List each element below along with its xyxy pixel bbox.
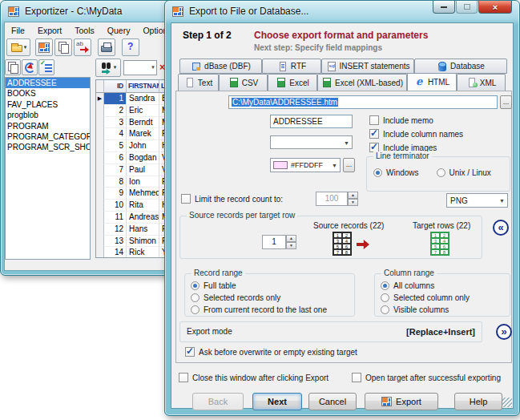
column-header-id[interactable]: ID [104, 80, 127, 93]
radio-unix-linux[interactable] [437, 168, 445, 177]
table-item-program-scr-shot[interactable]: PROGRAM_SCR_SHOT [6, 142, 90, 152]
resize-grip[interactable] [502, 398, 512, 407]
limit-record-count-option[interactable]: Limit the record count to: [181, 194, 283, 204]
chevron-down-icon: ▼ [499, 198, 505, 204]
menu-export[interactable]: Export [31, 23, 68, 38]
tab-text[interactable]: Text [178, 74, 219, 91]
checklist-button[interactable] [38, 59, 54, 75]
help-button-label: Help [470, 397, 488, 406]
radio-selected-column-only[interactable] [381, 293, 389, 302]
exportizer-app-icon [8, 6, 19, 17]
table-item-fav-places[interactable]: FAV_PLACES [6, 99, 90, 110]
next-button[interactable]: Next [252, 393, 302, 410]
help-button[interactable]: Help [454, 393, 502, 410]
copy-button[interactable] [5, 59, 21, 75]
tab-dbase-dbf[interactable]: dBase (DBF) [179, 59, 262, 74]
maximize-button[interactable] [456, 1, 478, 14]
limit-record-count-checkbox[interactable] [181, 194, 191, 204]
record-limit-spinner[interactable]: 100 ▲▼ [316, 192, 358, 206]
spin-down-icon[interactable]: ▼ [348, 199, 358, 206]
radio-selected-records-only[interactable] [191, 293, 200, 302]
radio-option-selected-column-only[interactable]: Selected column only [381, 293, 470, 302]
tab-html[interactable]: HTML [407, 73, 457, 91]
tab-label: Text [198, 79, 212, 87]
cell-firstname: Berndt [127, 117, 159, 129]
menu-query[interactable]: Query [101, 23, 137, 38]
file-input[interactable]: C:\MyData\ADDRESSEE.htm [228, 95, 498, 109]
radio-windows[interactable] [373, 168, 382, 177]
spin-down-icon[interactable]: ▼ [286, 242, 296, 249]
close-button[interactable]: × [478, 1, 512, 14]
radio-from-current-record-to-the-last-one[interactable] [191, 305, 200, 314]
export-mode-expand-button[interactable]: » [496, 324, 512, 340]
alternate-row-color-value: #FFDDFF [291, 161, 323, 169]
refresh-button[interactable] [22, 59, 38, 75]
replace-button[interactable] [74, 38, 91, 56]
per-row-spinner[interactable]: 1 ▲▼ [262, 235, 296, 249]
table-item-addressee[interactable]: ADDRESSEE [6, 78, 90, 88]
format-tabs-row-1: dBase (DBF)RTFINSERT statementsDatabase [179, 59, 507, 74]
back-button[interactable]: Back [192, 393, 244, 410]
search-combo[interactable]: ▼ [123, 60, 157, 75]
print-button[interactable] [98, 38, 115, 56]
csv-icon [228, 78, 240, 87]
open-after-export-checkbox[interactable] [352, 373, 361, 382]
radio-option-unix-linux[interactable]: Unix / Linux [437, 168, 491, 177]
menu-tools[interactable]: Tools [68, 23, 101, 38]
help-button[interactable] [122, 38, 139, 56]
copy-button[interactable] [54, 38, 72, 56]
spin-up-icon[interactable]: ▲ [286, 235, 296, 242]
table-item-progblob[interactable]: progblob [6, 110, 90, 120]
close-after-export-option[interactable]: Close this window after clicking Export [179, 373, 329, 382]
tab-insert-statements[interactable]: INSERT statements [321, 59, 414, 74]
source-records-icon: 12345678 [333, 232, 352, 256]
ask-before-overwrite-checkbox[interactable] [185, 347, 195, 357]
table-item-books[interactable]: BOOKS [6, 88, 90, 99]
ask-before-overwrite-option[interactable]: Ask before overwrite or empty existing t… [185, 347, 357, 357]
export-button[interactable]: Export [365, 393, 438, 410]
open-after-export-option[interactable]: Open target after successful exporting [352, 373, 501, 382]
include-memo-option[interactable]: Include memo [369, 115, 433, 125]
open-after-export-label: Open target after successful exporting [365, 374, 501, 382]
close-after-export-checkbox[interactable] [179, 373, 188, 382]
tab-csv[interactable]: CSV [219, 74, 268, 91]
column-header-firstname[interactable]: FIRSTNAME [127, 80, 159, 93]
format-tabs-row-2: TextCSVExcelExcel (XML-based)HTMLXML [178, 74, 506, 91]
alternate-row-color-combo[interactable]: #FFDDFF ▼ [270, 158, 341, 172]
radio-option-visible-columns[interactable]: Visible columns [381, 305, 470, 314]
spin-up-icon[interactable]: ▲ [348, 192, 358, 199]
radio-option-from-current-record-to-the-last-one[interactable]: From current record to the last one [191, 305, 327, 314]
find-button[interactable]: ▾ [95, 59, 121, 77]
tab-excel[interactable]: Excel [268, 74, 317, 91]
open-folder-button[interactable]: ▾ [6, 38, 30, 56]
include-memo-checkbox[interactable] [369, 115, 379, 125]
minimize-button[interactable] [433, 1, 455, 14]
app-grid-button[interactable] [35, 38, 53, 56]
collapse-button[interactable]: « [493, 220, 509, 236]
radio-option-all-columns[interactable]: All columns [381, 281, 470, 290]
tab-rtf[interactable]: RTF [262, 59, 321, 74]
menu-file[interactable]: File [5, 23, 31, 38]
checklist-icon [40, 62, 53, 73]
encoding-combo[interactable]: ▼ [270, 135, 353, 149]
include-column-names-option[interactable]: Include column names [369, 129, 463, 139]
document-title-input[interactable]: ADDRESSEE [270, 115, 353, 128]
radio-visible-columns[interactable] [381, 305, 389, 314]
color-browse-button[interactable]: ... [343, 158, 355, 172]
table-item-program[interactable]: PROGRAM [6, 121, 90, 131]
radio-all-columns[interactable] [381, 281, 389, 290]
radio-full-table[interactable] [191, 281, 200, 290]
target-image-format-combo[interactable]: PNG ▼ [446, 193, 508, 208]
cell-firstname: Bogdan [127, 152, 159, 164]
tab-database[interactable]: Database [414, 59, 507, 74]
radio-option-selected-records-only[interactable]: Selected records only [191, 293, 327, 302]
record-limit-value: 100 [316, 192, 348, 206]
cancel-button[interactable]: Cancel [308, 393, 357, 410]
tab-excel-xml-based[interactable]: Excel (XML-based) [317, 74, 407, 91]
radio-option-full-table[interactable]: Full table [191, 281, 327, 290]
tab-xml[interactable]: XML [457, 74, 506, 91]
table-item-program-category[interactable]: PROGRAM_CATEGORY [6, 131, 90, 142]
radio-option-windows[interactable]: Windows [373, 168, 419, 177]
include-column-names-checkbox[interactable] [369, 129, 379, 139]
file-browse-button[interactable]: ... [500, 95, 512, 109]
